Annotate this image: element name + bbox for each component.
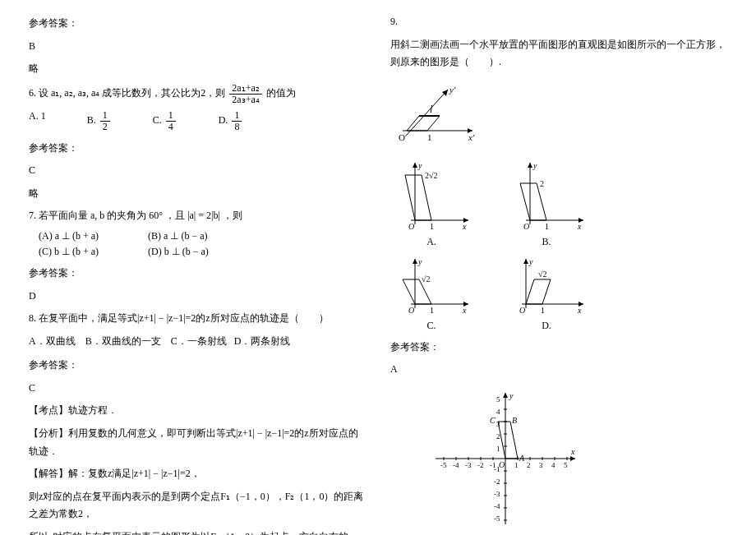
q7-a: 7. 若平面向量 [29, 210, 88, 221]
q8-fx-text: 利用复数的几何意义，即可判断出等式|z+1| − |z−1|=2的z所对应点的轨… [29, 427, 358, 457]
option-a-cell: O 1 x y 2√2 A. [390, 159, 472, 248]
q8-jd2: 则z对应的点在复平面内表示的是到两个定点F₁（−1，0），F₂（1，0）的距离之… [29, 488, 366, 523]
oblique-square-icon: O′ 1 x′ y′ l [390, 81, 481, 147]
options-row-1: O 1 x y 2√2 A. O 1 x y 2 B. [390, 159, 727, 248]
svg-text:2: 2 [496, 432, 500, 440]
right-column: 9. 用斜二测画法画一个水平放置的平面图形的直观图是如图所示的一个正方形，则原来… [378, 8, 740, 527]
svg-marker-33 [523, 259, 528, 264]
svg-text:x: x [462, 306, 467, 315]
svg-text:y: y [532, 161, 537, 170]
q8-jd1: 解：复数z满足|z+1| − |z−1|=2， [68, 468, 201, 479]
svg-text:1: 1 [496, 445, 500, 453]
opt-a-label: A. [426, 236, 436, 248]
oprime-label: O′ [399, 132, 407, 142]
svg-marker-25 [413, 259, 417, 264]
q7-angle: 60° [149, 210, 163, 221]
pt-a: A [519, 454, 525, 463]
q6-text-a: 6. 设 [29, 87, 48, 99]
q8-d: D．两条射线 [234, 335, 291, 347]
svg-marker-10 [405, 175, 431, 220]
svg-line-2 [407, 90, 448, 135]
svg-text:5: 5 [564, 461, 568, 469]
option-c-cell: O 1 x y √2 C. [390, 255, 472, 332]
q6-opt-a: A. 1 [29, 110, 46, 132]
svg-marker-82 [498, 422, 518, 459]
left-column: 参考答案： B 略 6. 设 a₁, a₂, a₃, a₄ 成等比数列，其公比为… [16, 8, 378, 527]
svg-text:y: y [417, 257, 422, 266]
xprime-label: x′ [468, 132, 475, 142]
svg-marker-4 [407, 116, 440, 131]
q6-d-frac: 1 8 [232, 110, 242, 132]
svg-text:O: O [408, 222, 414, 231]
opt-b-label: B. [542, 236, 551, 248]
b-val: 2 [540, 179, 544, 188]
q8-c: C．一条射线 [171, 335, 227, 347]
svg-text:O: O [408, 306, 414, 315]
svg-text:-5: -5 [494, 514, 500, 523]
q8-jd3: 所以z对应的点在复平面内表示的图形为以F₂（1，0）为起点，方向向右的一条射线． [29, 528, 366, 535]
d-val: √2 [538, 270, 547, 279]
q6-text-b: 成等比数列，其公比为2，则 [102, 87, 225, 99]
q6-b-den: 2 [100, 122, 110, 132]
svg-text:y: y [509, 391, 514, 400]
svg-marker-9 [413, 163, 417, 168]
q6-b-frac: 1 2 [100, 110, 110, 132]
option-c-graph-icon: O 1 x y √2 [390, 255, 472, 316]
q6-fraction: 2a₁+a₂ 2a₃+a₄ [229, 83, 261, 105]
a-one: 1 [430, 222, 434, 231]
q5-answer: B [29, 38, 366, 56]
options-row-2: O 1 x y √2 C. O 1 x y √2 D. [390, 255, 727, 332]
q6-d-den: 8 [232, 122, 242, 132]
svg-text:3: 3 [539, 461, 543, 469]
svg-marker-17 [528, 163, 532, 168]
c-val: √2 [422, 274, 431, 284]
q6-vars: a₁, a₂, a₃, a₄ [51, 87, 99, 99]
svg-marker-34 [526, 279, 551, 304]
svg-text:-3: -3 [494, 490, 500, 498]
option-a-graph-icon: O 1 x y 2√2 [390, 159, 472, 233]
coord-plot-icon: -5-4-3-2-1 12345 12345 -1-2-3-4-5 A B C … [431, 389, 579, 528]
svg-text:-2: -2 [477, 461, 484, 469]
q7-opt-a: (A) a ⊥ (b + a) [39, 230, 99, 242]
q6-den: 2a₃+a₄ [229, 95, 261, 105]
q8-kd-text: 轨迹方程． [68, 404, 118, 416]
svg-text:4: 4 [496, 408, 500, 416]
q8-answer: C [29, 380, 366, 398]
q7-d: ，则 [223, 210, 242, 221]
opt-c-label: C. [426, 320, 436, 332]
svg-marker-18 [520, 183, 546, 220]
q6-d-num: 1 [232, 110, 242, 122]
a-val: 2√2 [425, 171, 438, 180]
svg-text:x: x [570, 447, 575, 456]
q6-b-num: 1 [100, 110, 110, 122]
option-d-graph-icon: O 1 x y √2 [505, 255, 588, 316]
yprime-label: y′ [449, 85, 456, 95]
q9-stem: 用斜二测画法画一个水平放置的平面图形的直观图是如图所示的一个正方形，则原来的图形… [390, 36, 727, 71]
q6-opt-b: B. 1 2 [87, 110, 112, 132]
q6-opt-c: C. 1 4 [153, 110, 177, 132]
q7-opt-d: (D) b ⊥ (b − a) [148, 246, 209, 258]
q6-text-c: 的值为 [266, 87, 296, 99]
q9-main-figure: O′ 1 x′ y′ l [390, 81, 481, 147]
q7-b: 的夹角为 [107, 210, 146, 221]
q7-cond: |a| = 2|b| [187, 210, 220, 221]
option-b-graph-icon: O 1 x y 2 [505, 159, 588, 233]
q6-b-label: B. [87, 115, 96, 127]
svg-text:O: O [523, 222, 529, 231]
pt-o: O [499, 460, 505, 469]
svg-text:-3: -3 [465, 461, 472, 469]
svg-text:4: 4 [551, 461, 555, 469]
b-one: 1 [545, 222, 549, 231]
l-label: l [430, 104, 433, 115]
pt-b: B [512, 416, 517, 425]
svg-text:-4: -4 [494, 502, 500, 510]
q7-opt-b: (B) a ⊥ (b − a) [148, 230, 207, 242]
q8-stem: 8. 在复平面中，满足等式|z+1| − |z−1|=2的z所对应点的轨迹是（ … [29, 310, 366, 328]
q7-answer: D [29, 288, 366, 306]
svg-marker-39 [570, 456, 575, 461]
q8-b: B．双曲线的一支 [85, 335, 161, 347]
q7-vec: a, b [90, 210, 104, 221]
q5-comment: 略 [29, 60, 366, 78]
q7-row2: (C) b ⊥ (b + a) (D) b ⊥ (b − a) [39, 246, 366, 258]
q8-a: A．双曲线 [29, 335, 76, 347]
